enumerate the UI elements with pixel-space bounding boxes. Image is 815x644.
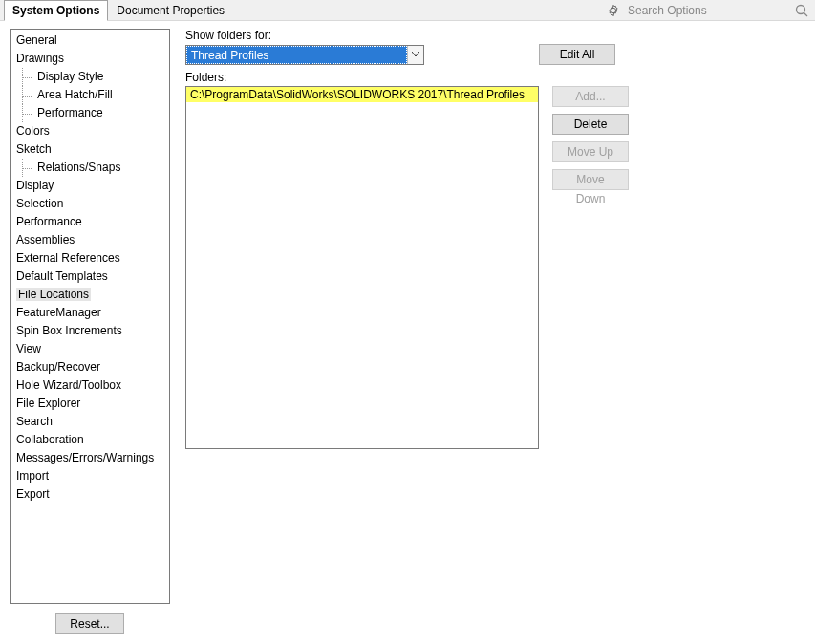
- tree-item-label: External References: [16, 251, 120, 265]
- search-input[interactable]: [626, 3, 788, 18]
- tab-document-properties[interactable]: Document Properties: [108, 0, 233, 20]
- right-column: Show folders for: Thread Profiles Edit A…: [170, 29, 805, 634]
- tree-item[interactable]: Messages/Errors/Warnings: [11, 449, 169, 467]
- reset-button[interactable]: Reset...: [55, 613, 124, 634]
- tree-item-label: Performance: [16, 215, 82, 228]
- tree-item-label: Backup/Recover: [16, 360, 100, 374]
- tree-item[interactable]: Relations/Snaps: [11, 159, 169, 177]
- folders-listbox[interactable]: C:\ProgramData\SolidWorks\SOLIDWORKS 201…: [185, 86, 539, 449]
- tree-item-label: Performance: [37, 106, 103, 119]
- tree-item[interactable]: Default Templates: [11, 268, 169, 286]
- tree-item-label: Sketch: [16, 142, 52, 156]
- tree-item-label: General: [16, 33, 57, 47]
- tree-item-label: View: [16, 342, 41, 355]
- tree-item[interactable]: Selection: [11, 195, 169, 213]
- tree-item-label: Collaboration: [16, 433, 84, 446]
- tree-item-label: Area Hatch/Fill: [37, 88, 113, 101]
- delete-button[interactable]: Delete: [552, 114, 629, 135]
- tree-item[interactable]: Hole Wizard/Toolbox: [11, 376, 169, 395]
- tab-system-options[interactable]: System Options: [4, 0, 108, 21]
- tree-item[interactable]: Collaboration: [11, 431, 169, 449]
- left-column: GeneralDrawingsDisplay StyleArea Hatch/F…: [10, 29, 170, 634]
- tree-item-label: Display: [16, 179, 54, 192]
- reset-row: Reset...: [10, 604, 170, 634]
- tree-item[interactable]: Backup/Recover: [11, 358, 169, 376]
- tree-item[interactable]: Display: [11, 177, 169, 195]
- tree-item-label: Import: [16, 469, 49, 483]
- svg-point-0: [797, 5, 805, 13]
- tree-item[interactable]: Import: [11, 467, 169, 485]
- edit-all-button[interactable]: Edit All: [539, 44, 615, 65]
- tree-item[interactable]: Spin Box Increments: [11, 322, 169, 340]
- tree-item[interactable]: Search: [11, 413, 169, 431]
- tree-item-label: Colors: [16, 124, 50, 138]
- dropdown-value: Thread Profiles: [186, 46, 407, 64]
- tree-item-label: Relations/Snaps: [37, 161, 120, 174]
- chevron-down-icon: [407, 46, 423, 64]
- content-area: GeneralDrawingsDisplay StyleArea Hatch/F…: [0, 21, 815, 644]
- folders-row: C:\ProgramData\SolidWorks\SOLIDWORKS 201…: [185, 86, 805, 449]
- move-down-button[interactable]: Move Down: [552, 169, 629, 190]
- tree-item[interactable]: Drawings: [11, 50, 169, 68]
- search-area: [601, 0, 815, 20]
- search-icon[interactable]: [794, 3, 809, 18]
- show-folders-label: Show folders for:: [185, 29, 805, 42]
- tree-item-label: Hole Wizard/Toolbox: [16, 378, 121, 392]
- tree-item[interactable]: File Locations: [11, 286, 169, 304]
- tree-item[interactable]: General: [11, 32, 169, 50]
- tree-item-label: FeatureManager: [16, 306, 101, 319]
- tree-item[interactable]: External References: [11, 249, 169, 268]
- tree-item[interactable]: Performance: [11, 213, 169, 231]
- tree-item[interactable]: File Explorer: [11, 395, 169, 413]
- tree-item[interactable]: Sketch: [11, 140, 169, 159]
- tree-item[interactable]: Area Hatch/Fill: [11, 86, 169, 104]
- dropdown-row: Thread Profiles Edit All: [185, 44, 805, 65]
- add-button[interactable]: Add...: [552, 86, 629, 107]
- tree-item[interactable]: Export: [11, 485, 169, 504]
- list-item[interactable]: C:\ProgramData\SolidWorks\SOLIDWORKS 201…: [186, 87, 538, 102]
- tree-item-label: Default Templates: [16, 269, 108, 283]
- tree-item[interactable]: Assemblies: [11, 231, 169, 249]
- show-folders-dropdown[interactable]: Thread Profiles: [185, 45, 424, 65]
- tree-item[interactable]: Display Style: [11, 68, 169, 86]
- tree-item-label: File Locations: [16, 288, 91, 301]
- tab-label: Document Properties: [117, 4, 225, 17]
- tree-item-label: Export: [16, 487, 50, 501]
- category-tree[interactable]: GeneralDrawingsDisplay StyleArea Hatch/F…: [10, 29, 170, 604]
- tree-item-label: Display Style: [37, 70, 103, 83]
- gear-icon: [607, 4, 620, 17]
- folders-label: Folders:: [185, 71, 805, 84]
- tree-item[interactable]: Colors: [11, 122, 169, 140]
- svg-line-1: [804, 12, 808, 16]
- tree-item-label: Messages/Errors/Warnings: [16, 451, 154, 464]
- tree-item-label: Selection: [16, 197, 63, 210]
- tree-item-label: File Explorer: [16, 397, 80, 410]
- tree-item-label: Spin Box Increments: [16, 324, 122, 337]
- tree-item[interactable]: View: [11, 340, 169, 358]
- move-up-button[interactable]: Move Up: [552, 141, 629, 162]
- tree-item[interactable]: FeatureManager: [11, 304, 169, 322]
- tree-item[interactable]: Performance: [11, 104, 169, 122]
- tab-label: System Options: [12, 4, 99, 17]
- tree-item-label: Drawings: [16, 52, 64, 65]
- top-tab-bar: System Options Document Properties: [0, 0, 815, 21]
- folder-buttons: Add... Delete Move Up Move Down: [552, 86, 629, 449]
- tree-item-label: Search: [16, 415, 53, 428]
- tree-item-label: Assemblies: [16, 233, 75, 247]
- tab-strip: System Options Document Properties: [0, 0, 233, 20]
